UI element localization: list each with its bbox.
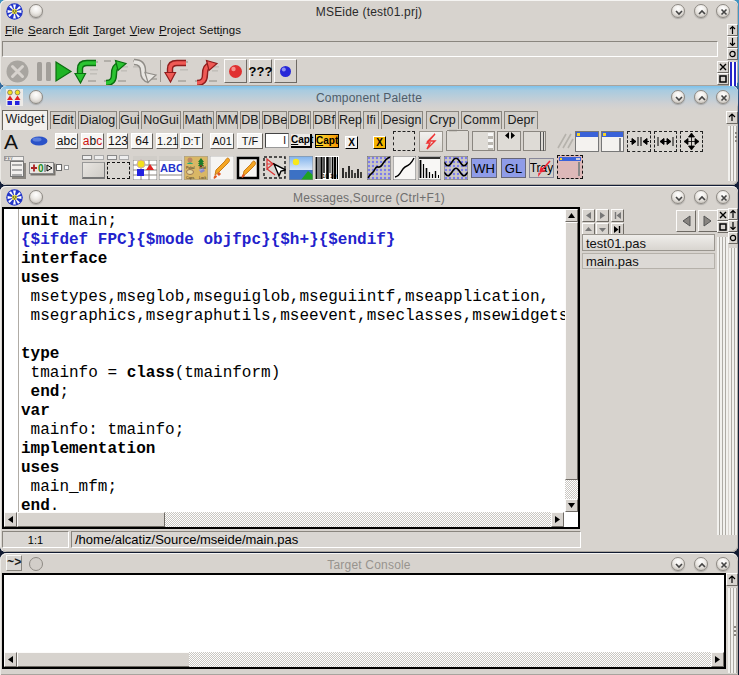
svg-text:Lock: Lock (199, 176, 206, 180)
svg-text:10: 10 (322, 173, 329, 179)
svg-text:Wild: Wild (199, 166, 206, 170)
svg-text:Pokal: Pokal (186, 166, 195, 170)
svg-text:0: 0 (38, 163, 44, 173)
svg-text:Caps.: Caps. (186, 176, 195, 180)
svg-text:ABC: ABC (160, 162, 182, 174)
svg-text:10: 10 (330, 173, 337, 179)
